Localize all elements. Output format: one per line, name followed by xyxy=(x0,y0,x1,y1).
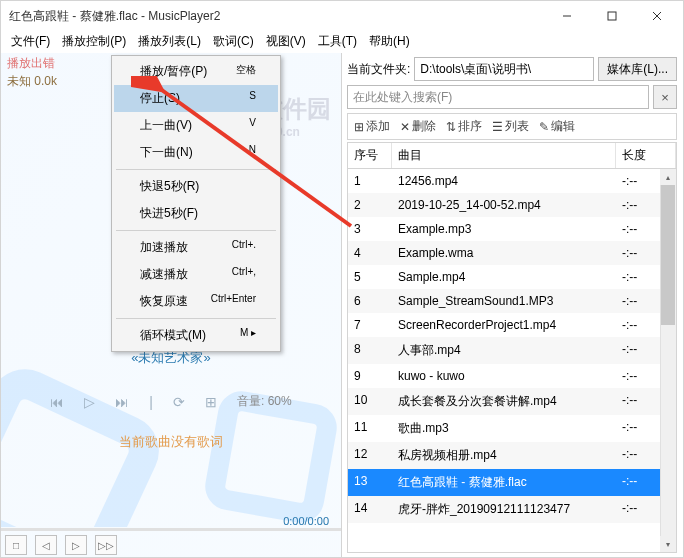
play-icon[interactable]: ▷ xyxy=(84,394,95,410)
cell-index: 5 xyxy=(348,265,392,289)
menu-item[interactable]: 上一曲(V)V xyxy=(114,112,278,139)
menu-item[interactable]: 下一曲(N)N xyxy=(114,139,278,166)
menu-item[interactable]: 加速播放Ctrl+. xyxy=(114,234,278,261)
plus-icon: ⊞ xyxy=(354,120,364,134)
scrollbar-track[interactable]: ▴ ▾ xyxy=(660,169,676,552)
edit-button[interactable]: ✎ 编辑 xyxy=(539,118,575,135)
menu-item-shortcut: N xyxy=(249,144,256,161)
table-row[interactable]: 8人事部.mp4-:-- xyxy=(348,337,676,364)
cell-name: 红色高跟鞋 - 蔡健雅.flac xyxy=(392,469,616,496)
cell-name: 成长套餐及分次套餐讲解.mp4 xyxy=(392,388,616,415)
maximize-button[interactable] xyxy=(589,2,634,30)
cell-index: 11 xyxy=(348,415,392,442)
col-length[interactable]: 长度 xyxy=(616,143,676,168)
menu-item-label: 加速播放 xyxy=(140,239,188,256)
cell-name: ScreenRecorderProject1.mp4 xyxy=(392,313,616,337)
list-button[interactable]: ☰ 列表 xyxy=(492,118,529,135)
menu-file[interactable]: 文件(F) xyxy=(5,31,56,53)
next-icon[interactable]: ⏭ xyxy=(115,394,129,410)
stop-small-button[interactable]: □ xyxy=(5,535,27,555)
table-row[interactable]: 3Example.mp3-:-- xyxy=(348,217,676,241)
close-button[interactable] xyxy=(634,2,679,30)
play-small-button[interactable]: ▷ xyxy=(65,535,87,555)
menu-item[interactable]: 减速播放Ctrl+, xyxy=(114,261,278,288)
cell-name: 歌曲.mp3 xyxy=(392,415,616,442)
scroll-down-button[interactable]: ▾ xyxy=(660,536,676,552)
menu-item-label: 减速播放 xyxy=(140,266,188,283)
add-button[interactable]: ⊞ 添加 xyxy=(354,118,390,135)
col-name[interactable]: 曲目 xyxy=(392,143,616,168)
lyric-text: 当前歌曲没有歌词 xyxy=(1,433,341,451)
menu-lyrics[interactable]: 歌词(C) xyxy=(207,31,260,53)
cell-name: Example.wma xyxy=(392,241,616,265)
next-small-button[interactable]: ▷▷ xyxy=(95,535,117,555)
cell-name: Example.mp3 xyxy=(392,217,616,241)
path-label: 当前文件夹: xyxy=(347,61,410,78)
menu-separator xyxy=(116,230,276,231)
progress-bar[interactable] xyxy=(1,528,341,531)
cell-index: 13 xyxy=(348,469,392,496)
player-controls: ⏮ ▷ ⏭ | ⟳ ⊞ 音量: 60% xyxy=(1,393,341,410)
menu-item[interactable]: 快退5秒(R) xyxy=(114,173,278,200)
prev-icon[interactable]: ⏮ xyxy=(50,394,64,410)
minimize-button[interactable] xyxy=(544,2,589,30)
table-row[interactable]: 7ScreenRecorderProject1.mp4-:-- xyxy=(348,313,676,337)
table-row[interactable]: 5Sample.mp4-:-- xyxy=(348,265,676,289)
menu-item-label: 快进5秒(F) xyxy=(140,205,198,222)
menu-item-label: 上一曲(V) xyxy=(140,117,192,134)
table-row[interactable]: 9kuwo - kuwo-:-- xyxy=(348,364,676,388)
search-input[interactable]: 在此处键入搜索(F) xyxy=(347,85,649,109)
menu-item[interactable]: 播放/暂停(P)空格 xyxy=(114,58,278,85)
table-row[interactable]: 12私房视频相册.mp4-:-- xyxy=(348,442,676,469)
menu-item-shortcut: Ctrl+Enter xyxy=(211,293,256,310)
settings-icon[interactable]: ⟳ xyxy=(173,394,185,410)
search-row: 在此处键入搜索(F) × xyxy=(347,85,677,109)
bitrate-text: 未知 0.0k xyxy=(7,73,57,90)
path-box[interactable]: D:\tools\桌面\说明书\ xyxy=(414,57,594,81)
cell-name: 2019-10-25_14-00-52.mp4 xyxy=(392,193,616,217)
cell-index: 1 xyxy=(348,169,392,193)
menu-item-shortcut: S xyxy=(249,90,256,107)
delete-button[interactable]: ✕ 删除 xyxy=(400,118,436,135)
list-body[interactable]: 112456.mp4-:--22019-10-25_14-00-52.mp4-:… xyxy=(347,169,677,553)
cell-name: Sample_StreamSound1.MP3 xyxy=(392,289,616,313)
menu-item[interactable]: 循环模式(M)M ▸ xyxy=(114,322,278,349)
scrollbar-thumb[interactable] xyxy=(661,185,675,325)
window-controls xyxy=(544,2,679,30)
cell-index: 3 xyxy=(348,217,392,241)
media-library-button[interactable]: 媒体库(L)... xyxy=(598,57,677,81)
pane-divider[interactable] xyxy=(341,53,342,557)
menu-view[interactable]: 视图(V) xyxy=(260,31,312,53)
menu-tools[interactable]: 工具(T) xyxy=(312,31,363,53)
titlebar: 红色高跟鞋 - 蔡健雅.flac - MusicPlayer2 xyxy=(1,1,683,31)
cell-index: 6 xyxy=(348,289,392,313)
sort-icon: ⇅ xyxy=(446,120,456,134)
menu-playback[interactable]: 播放控制(P) xyxy=(56,31,132,53)
table-row[interactable]: 4Example.wma-:-- xyxy=(348,241,676,265)
clear-search-button[interactable]: × xyxy=(653,85,677,109)
menu-item-label: 停止(S) xyxy=(140,90,180,107)
list-toggle-icon[interactable]: ⊞ xyxy=(205,394,217,410)
table-row[interactable]: 22019-10-25_14-00-52.mp4-:-- xyxy=(348,193,676,217)
menu-item[interactable]: 停止(S)S xyxy=(114,85,278,112)
table-row[interactable]: 10成长套餐及分次套餐讲解.mp4-:-- xyxy=(348,388,676,415)
x-icon: ✕ xyxy=(400,120,410,134)
volume-label[interactable]: 音量: 60% xyxy=(237,393,292,410)
scroll-up-button[interactable]: ▴ xyxy=(660,169,676,185)
menu-item[interactable]: 恢复原速Ctrl+Enter xyxy=(114,288,278,315)
col-index[interactable]: 序号 xyxy=(348,143,392,168)
table-row[interactable]: 13红色高跟鞋 - 蔡健雅.flac-:-- xyxy=(348,469,676,496)
right-pane: 当前文件夹: D:\tools\桌面\说明书\ 媒体库(L)... 在此处键入搜… xyxy=(341,53,683,557)
menu-item[interactable]: 快进5秒(F) xyxy=(114,200,278,227)
table-row[interactable]: 11歌曲.mp3-:-- xyxy=(348,415,676,442)
prev-small-button[interactable]: ◁ xyxy=(35,535,57,555)
menu-separator xyxy=(116,169,276,170)
sort-button[interactable]: ⇅ 排序 xyxy=(446,118,482,135)
table-row[interactable]: 14虎牙-胖炸_20190912111123477-:-- xyxy=(348,496,676,523)
cell-name: kuwo - kuwo xyxy=(392,364,616,388)
menu-playlist[interactable]: 播放列表(L) xyxy=(132,31,207,53)
table-row[interactable]: 112456.mp4-:-- xyxy=(348,169,676,193)
table-row[interactable]: 6Sample_StreamSound1.MP3-:-- xyxy=(348,289,676,313)
list-toolbar: ⊞ 添加 ✕ 删除 ⇅ 排序 ☰ 列表 ✎ 编辑 xyxy=(347,113,677,140)
menu-help[interactable]: 帮助(H) xyxy=(363,31,416,53)
